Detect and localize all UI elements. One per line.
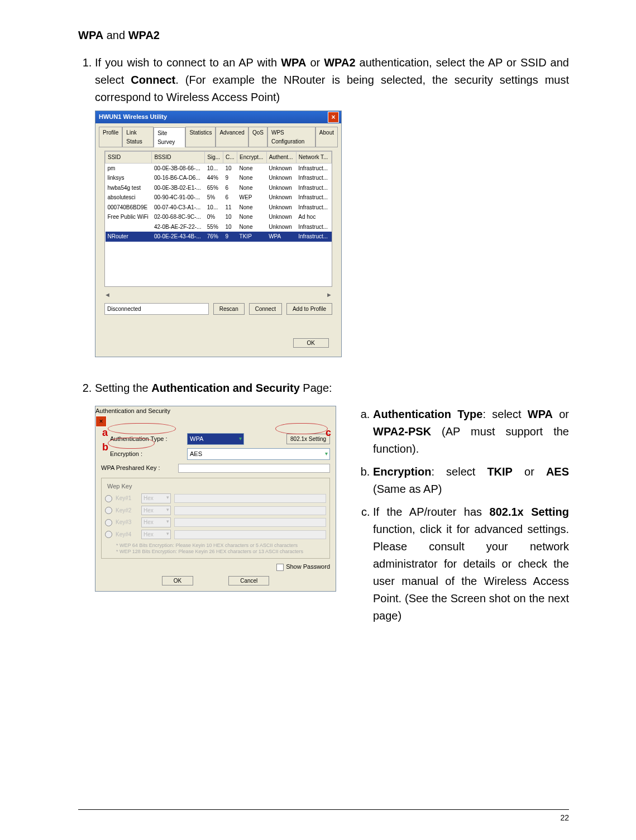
wep-key-group: Wep Key Key#1HexKey#2HexKey#3HexKey#4Hex…	[101, 478, 330, 559]
wep-radio[interactable]	[105, 531, 112, 538]
close-icon[interactable]: ×	[328, 112, 339, 123]
step2-tail: Page:	[300, 382, 332, 394]
wep-key-label: Key#4	[116, 530, 138, 539]
heading-mid: and	[103, 29, 128, 41]
cancel-button[interactable]: Cancel	[228, 576, 269, 585]
site-survey-table: SSIDBSSIDSig...C...Encrypt...Authent...N…	[105, 151, 332, 242]
rescan-button[interactable]: Rescan	[213, 303, 245, 315]
auth-type-dropdown[interactable]: WPA	[187, 433, 244, 445]
tab-advanced[interactable]: Advanced	[216, 127, 248, 147]
wep-key-input[interactable]	[174, 530, 326, 539]
step2-lead: Setting the	[95, 382, 151, 394]
show-password-label: Show Password	[286, 563, 330, 570]
column-header[interactable]: Encrypt...	[237, 152, 267, 164]
callout-a: a	[102, 425, 108, 441]
table-row[interactable]: absolutesci00-90-4C-91-00-...5%6WEPUnkno…	[106, 193, 332, 203]
column-header[interactable]: SSID	[106, 152, 152, 164]
wep-key-input[interactable]	[174, 506, 326, 515]
b-t3: (Same as AP)	[373, 483, 442, 495]
scroll-right-icon[interactable]: ►	[326, 290, 332, 300]
connect-button[interactable]: Connect	[249, 303, 282, 315]
add-to-profile-button[interactable]: Add to Profile	[286, 303, 332, 315]
scroll-left-icon[interactable]: ◄	[104, 290, 111, 300]
column-header[interactable]: Sig...	[205, 152, 223, 164]
auth-security-window: Authentication and Security × a b c	[95, 406, 336, 592]
wep-format-dropdown[interactable]: Hex	[141, 530, 171, 540]
table-row[interactable]: 42-0B-AE-2F-22-...55%10NoneUnknownInfras…	[106, 222, 332, 232]
wep-radio[interactable]	[105, 495, 112, 502]
tab-qos[interactable]: QoS	[248, 127, 267, 147]
wep-note-1: * WEP 64 Bits Encryption: Please Keyin 1…	[116, 543, 326, 549]
wep-key-row: Key#2Hex	[105, 506, 326, 516]
table-row[interactable]: linksys00-16-B6-CA-D6...44%9NoneUnknownI…	[106, 173, 332, 183]
tab-site-survey[interactable]: Site Survey	[154, 127, 185, 147]
connection-status: Disconnected	[104, 303, 209, 315]
table-row[interactable]: Free Public WiFi02-00-68-8C-9C-...0%10No…	[106, 212, 332, 222]
tab-wps-configuration[interactable]: WPS Configuration	[267, 127, 315, 147]
wep-key-label: Key#3	[116, 518, 138, 527]
column-header[interactable]: Network T...	[296, 152, 331, 164]
a-bold3: WPA2-PSK	[373, 425, 431, 438]
item-c: If the AP/router has 802.1x Setting func…	[373, 503, 569, 625]
step1-text-2: or	[306, 56, 324, 69]
column-header[interactable]: BSSID	[152, 152, 205, 164]
c-t2: function, click it for advanced settings…	[373, 523, 569, 622]
wep-key-row: Key#3Hex	[105, 517, 326, 527]
column-header[interactable]: Authent...	[266, 152, 296, 164]
site-survey-window: HWUN1 Wireless Utility × ProfileLink Sta…	[95, 111, 342, 357]
b-bold2: TKIP	[487, 465, 513, 478]
tab-statistics[interactable]: Statistics	[185, 127, 216, 147]
heading-part1: WPA	[78, 29, 103, 41]
wep-format-dropdown[interactable]: Hex	[141, 493, 171, 503]
heading-part2: WPA2	[128, 29, 160, 41]
table-row[interactable]: pm00-0E-3B-08-66-...10...10NoneUnknownIn…	[106, 163, 332, 173]
b-t1: : select	[431, 465, 487, 478]
encryption-dropdown[interactable]: AES	[187, 448, 330, 460]
wep-note-2: * WEP 128 Bits Encryption: Please Keyin …	[116, 549, 326, 555]
ok-button[interactable]: OK	[293, 338, 329, 348]
psk-input[interactable]	[178, 464, 330, 473]
8021x-setting-button[interactable]: 802.1x Setting	[286, 434, 330, 445]
wep-key-input[interactable]	[174, 494, 326, 503]
table-row[interactable]: 000740B6BD9E00-07-40-C3-A1-...10...11Non…	[106, 203, 332, 213]
window2-title: Authentication and Security	[95, 407, 170, 414]
tab-about[interactable]: About	[315, 127, 338, 147]
tab-link-status[interactable]: Link Status	[122, 127, 154, 147]
table-row[interactable]: hwba54g test00-0E-3B-02-E1-...65%6NoneUn…	[106, 183, 332, 193]
wep-key-row: Key#1Hex	[105, 493, 326, 503]
instructions-abc: Authentication Type: select WPA or WPA2-…	[358, 406, 569, 625]
step1-bold-wpa: WPA	[281, 56, 306, 69]
c-t1: If the AP/router has	[373, 506, 490, 518]
b-bold1: Encryption	[373, 465, 431, 478]
show-password-checkbox[interactable]	[276, 564, 284, 571]
wep-format-dropdown[interactable]: Hex	[141, 517, 171, 527]
wep-radio[interactable]	[105, 507, 112, 514]
window-title: HWUN1 Wireless Utility	[99, 112, 167, 122]
tab-profile[interactable]: Profile	[99, 127, 122, 147]
ring-a	[108, 423, 176, 434]
wep-key-row: Key#4Hex	[105, 530, 326, 540]
page-footer: 22	[78, 809, 569, 824]
table-row[interactable]: NRouter00-0E-2E-43-4B-...76%9TKIPWPAInfr…	[106, 232, 332, 242]
table-header: SSIDBSSIDSig...C...Encrypt...Authent...N…	[106, 152, 332, 164]
tabs-row: ProfileLink StatusSite SurveyStatisticsA…	[99, 127, 338, 147]
section-heading: WPA and WPA2	[78, 27, 569, 44]
window-titlebar: HWUN1 Wireless Utility ×	[95, 111, 341, 123]
psk-label: WPA Preshared Key :	[101, 463, 174, 473]
wep-key-label: Key#1	[116, 494, 138, 503]
b-bold3: AES	[546, 465, 569, 478]
column-header[interactable]: C...	[223, 152, 237, 164]
a-t2: or	[553, 408, 569, 420]
item-b: Encryption: select TKIP or AES (Same as …	[373, 463, 569, 498]
step-2: Setting the Authentication and Security …	[95, 380, 569, 630]
wep-key-input[interactable]	[174, 518, 326, 527]
step1-bold-wpa2: WPA2	[324, 56, 355, 69]
step-1: If you wish to connect to an AP with WPA…	[95, 54, 569, 357]
wep-group-title: Wep Key	[105, 482, 134, 491]
wep-format-dropdown[interactable]: Hex	[141, 506, 171, 516]
ring-c	[275, 423, 328, 434]
encryption-label: Encryption :	[110, 449, 183, 459]
wep-radio[interactable]	[105, 519, 112, 526]
step1-text-1: If you wish to connect to an AP with	[95, 56, 281, 69]
ok-button-2[interactable]: OK	[162, 576, 193, 585]
